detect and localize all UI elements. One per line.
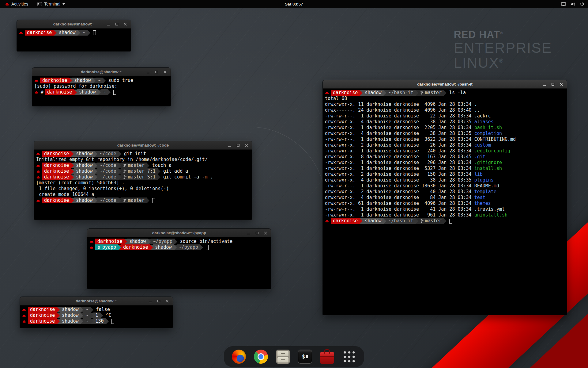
titlebar[interactable]: darknoise@shadow:~ xyxy=(17,20,131,29)
dock: $ xyxy=(224,346,364,367)
terminal-content[interactable]: darknoiseshadow~/pyapp source bin/activa… xyxy=(87,237,271,289)
redhat-icon xyxy=(89,240,94,243)
minimize-button[interactable] xyxy=(106,22,111,27)
terminal-window-bash-it[interactable]: darknoise@shadow:~/bash-it darknoiseshad… xyxy=(322,80,567,315)
dock-files[interactable] xyxy=(275,349,291,364)
powerline-arrow xyxy=(100,313,103,318)
terminal-window-pyapp[interactable]: darknoise@shadow:~/pyapp darknoiseshadow… xyxy=(87,228,271,289)
output-line: drwxrwxr-x. 4 darknoise darknoise 38 Jan… xyxy=(325,131,565,136)
git-branch-icon xyxy=(123,175,126,179)
filename: . xyxy=(474,102,477,107)
terminal-window-home-2[interactable]: darknoise@shadow:~ darknoiseshadow~ fals… xyxy=(20,297,173,328)
maximize-button[interactable] xyxy=(156,299,161,304)
terminal-window-home-1[interactable]: darknoise@shadow:~ darknoiseshadow~ xyxy=(17,20,131,52)
command-text: git init xyxy=(121,151,146,157)
prompt-segment-user: darknoise xyxy=(40,78,69,83)
activities-button[interactable]: Activities xyxy=(2,0,31,8)
prompt-segment-user: darknoise xyxy=(42,163,71,168)
terminal-content[interactable]: darknoiseshadow~ xyxy=(17,29,131,51)
clock[interactable]: Sat 03:57 xyxy=(0,2,588,6)
output-line: -rw-rw-r--. 1 darknoise darknoise 18630 … xyxy=(325,183,565,189)
redhat-icon xyxy=(89,246,94,249)
prompt-segment-status: 1 xyxy=(93,312,100,318)
output-text: drwxrwxr-x. 4 darknoise darknoise 38 Jan… xyxy=(325,119,474,125)
output-line: [master (root-commit) 50bcb63] . xyxy=(36,180,250,186)
titlebar[interactable]: darknoise@shadow:~/bash-it xyxy=(323,80,567,89)
minimize-button[interactable] xyxy=(227,143,232,148)
powerline-arrow xyxy=(124,239,127,244)
command-text: git commit -a -m . xyxy=(160,174,213,180)
filename: .git xyxy=(474,154,485,160)
output-text: drwxrwxr-x. 2 darknoise darknoise 26 Jan… xyxy=(325,142,474,148)
close-button[interactable] xyxy=(263,231,268,236)
system-status-area[interactable] xyxy=(561,2,588,6)
powerline-arrow xyxy=(158,169,160,174)
minimize-button[interactable] xyxy=(145,70,150,75)
prompt-segment-git: master xyxy=(418,90,444,96)
powerline-arrow xyxy=(54,30,57,36)
terminal-window-sudo[interactable]: darknoise@shadow:~ darknoiseshadow~ sudo… xyxy=(32,67,171,106)
titlebar[interactable]: darknoise@shadow:~ xyxy=(20,297,173,305)
caret-down-icon xyxy=(62,3,65,5)
powerline-arrow xyxy=(174,245,177,250)
redhat-icon xyxy=(5,2,9,6)
close-button[interactable] xyxy=(123,22,128,27)
minimize-button[interactable] xyxy=(148,299,153,304)
output-line: drwxrwxr-x. 8 darknoise darknoise 163 Ja… xyxy=(325,154,565,160)
output-text: [sudo] password for darknoise: xyxy=(34,83,117,89)
powerline-arrow xyxy=(383,218,386,224)
window-title: darknoise@shadow:~/code xyxy=(52,143,234,148)
terminal-window-code[interactable]: darknoise@shadow:~/code darknoiseshadow~… xyxy=(34,141,252,220)
prompt-segment-path: ~/code xyxy=(97,168,118,174)
powerline-arrow xyxy=(69,78,72,83)
terminal-content[interactable]: darknoiseshadow~/code git initInitialize… xyxy=(34,150,252,220)
filename: template xyxy=(474,189,496,195)
maximize-button[interactable] xyxy=(114,22,119,27)
powerline-arrow xyxy=(71,163,74,168)
titlebar[interactable]: darknoise@shadow:~/pyapp xyxy=(87,229,271,237)
minimize-button[interactable] xyxy=(542,82,547,87)
prompt-line: #darknoiseshadow~ xyxy=(34,89,168,95)
maximize-button[interactable] xyxy=(154,70,159,75)
close-button[interactable] xyxy=(244,143,249,148)
maximize-button[interactable] xyxy=(550,82,555,87)
redhat-icon xyxy=(325,219,329,223)
output-line: drwxrwxr-x. 4 darknoise darknoise 38 Jan… xyxy=(325,177,565,183)
powerline-arrow xyxy=(57,313,60,318)
titlebar[interactable]: darknoise@shadow:~ xyxy=(32,68,171,76)
prompt-segment-host: shadow xyxy=(363,218,383,224)
volume-icon xyxy=(571,2,575,6)
prompt-segment-host: shadow xyxy=(74,168,95,174)
close-button[interactable] xyxy=(165,299,170,304)
close-icon xyxy=(166,300,169,303)
window-title: darknoise@shadow:~ xyxy=(38,299,154,303)
terminal-content[interactable]: darknoiseshadow~/bash-itmaster ls -latot… xyxy=(323,89,567,315)
prompt-segment-user: darknoise xyxy=(45,89,74,95)
titlebar[interactable]: darknoise@shadow:~/code xyxy=(34,141,252,150)
filename: test xyxy=(474,195,485,201)
window-title: darknoise@shadow:~/bash-it xyxy=(341,82,548,86)
output-text: -rw-rw-r--. 1 darknoise darknoise 3622 J… xyxy=(325,136,474,142)
dock-firefox[interactable] xyxy=(231,349,247,364)
terminal-content[interactable]: darknoiseshadow~ falsedarknoiseshadow~1 … xyxy=(20,305,173,328)
redhat-icon xyxy=(36,164,40,167)
terminal-content[interactable]: darknoiseshadow~ sudo true[sudo] passwor… xyxy=(32,76,171,106)
filename: uninstall.sh xyxy=(474,212,507,218)
output-text: -rwxrwxr-x. 1 darknoise darknoise 2205 J… xyxy=(325,125,474,131)
filename: install.sh xyxy=(474,166,502,171)
dock-terminal[interactable]: $ xyxy=(297,349,313,364)
close-button[interactable] xyxy=(163,70,168,75)
prompt-segment-path: ~ xyxy=(83,312,90,318)
prompt-line: pyappdarknoiseshadow~/pyapp xyxy=(89,244,269,250)
maximize-button[interactable] xyxy=(236,143,240,148)
minimize-button[interactable] xyxy=(246,231,251,236)
dock-chrome[interactable] xyxy=(253,349,269,364)
dock-show-applications[interactable] xyxy=(341,349,357,364)
maximize-button[interactable] xyxy=(254,231,259,236)
firefox-icon xyxy=(232,350,246,364)
app-menu-terminal[interactable]: Terminal xyxy=(34,0,68,8)
powerline-arrow xyxy=(119,174,121,180)
dock-toolbox[interactable] xyxy=(319,349,335,364)
close-button[interactable] xyxy=(559,82,564,87)
prompt-segment-host: shadow xyxy=(153,244,174,250)
